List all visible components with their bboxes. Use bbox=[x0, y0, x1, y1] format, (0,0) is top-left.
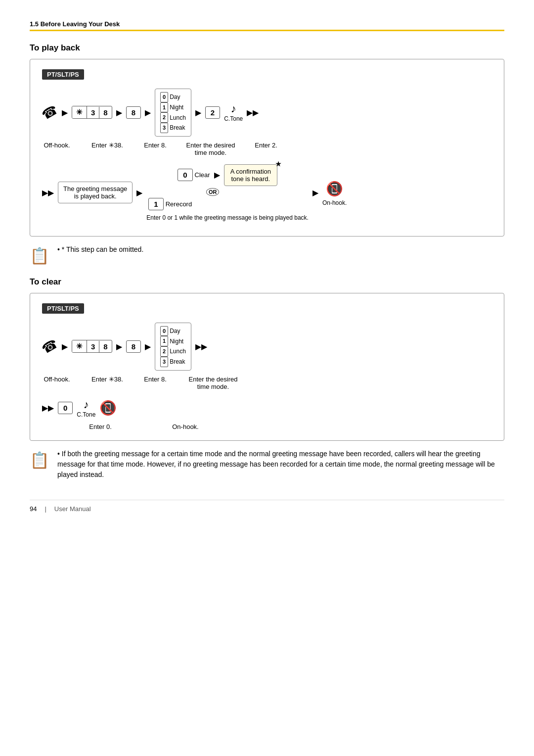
clear-opt-1: 1 bbox=[160, 336, 168, 346]
arrow2: ▶ bbox=[116, 108, 122, 117]
time-mode-options: 0 Day 1 Night 2 Lunch 3 Break bbox=[155, 89, 191, 137]
key-star: ✳ bbox=[72, 106, 87, 118]
arrow5: ▶ bbox=[136, 188, 142, 197]
clear-label-timemode: Enter the desired time mode. bbox=[183, 376, 243, 390]
playback-flow-row2: ▶▶ The greeting message is played back. … bbox=[42, 164, 492, 221]
onhook-group: 📵 On-hook. bbox=[322, 179, 347, 206]
clear-key-0-group: 0 bbox=[58, 398, 73, 418]
clear-label: Clear bbox=[195, 171, 210, 179]
clear-label-onhook: On-hook. bbox=[171, 423, 200, 430]
clear-diagram: PT/SLT/PS ☎ ▶ ✳ 3 8 ▶ bbox=[30, 293, 504, 441]
clear-arrow2: ▶ bbox=[116, 342, 122, 351]
clear-note-section: 📋 • If both the greeting message for a c… bbox=[30, 449, 504, 480]
offhook-icon-group: ☎ bbox=[42, 102, 58, 122]
opt-2-label: Lunch bbox=[170, 113, 186, 123]
key-2-group: 2 bbox=[205, 102, 220, 122]
playback-flow-row1: ☎ ▶ ✳ 3 8 ▶ 8 ▶ bbox=[42, 89, 492, 137]
opt-1: 1 bbox=[160, 102, 168, 113]
key-3: 3 bbox=[87, 107, 99, 118]
clear-key-8a: 8 bbox=[99, 341, 111, 352]
options-group: 0 Clear ▶ ★ A confirmation tone is heard… bbox=[146, 164, 309, 221]
clear-opt-2-label: Lunch bbox=[170, 346, 186, 356]
clear-time-mode-group: 0 Day 1 Night 2 Lunch 3 Break bbox=[155, 323, 191, 371]
clear-key-8: 8 bbox=[126, 340, 141, 353]
label-enter8: Enter 8. bbox=[143, 142, 168, 149]
clear-opt-3-label: Break bbox=[170, 357, 185, 367]
opt-2: 2 bbox=[160, 112, 168, 123]
arrow6: ▶ bbox=[214, 170, 220, 180]
clear-ctone-label: C.Tone bbox=[77, 411, 95, 418]
arrow4: ▶ bbox=[195, 108, 201, 117]
section-header-text: 1.5 Before Leaving Your Desk bbox=[30, 20, 120, 28]
key-8-group: 8 bbox=[126, 102, 141, 122]
playback-diagram: PT/SLT/PS ☎ ▶ ✳ 3 8 ▶ bbox=[30, 59, 504, 236]
clear-opt-1-label: Night bbox=[170, 336, 183, 346]
clear-note: If both the greeting message for a certa… bbox=[57, 450, 495, 478]
opt-0: 0 bbox=[160, 92, 168, 102]
opt-3: 3 bbox=[160, 123, 168, 133]
greeting-bubble-group: The greeting message is played back. bbox=[58, 182, 133, 203]
playback-pt-label: PT/SLT/PS bbox=[42, 69, 84, 80]
greeting-text: The greeting message is played back. bbox=[63, 185, 127, 200]
double-arrow2: ▶▶ bbox=[42, 188, 54, 197]
clear-time-mode-options: 0 Day 1 Night 2 Lunch 3 Break bbox=[155, 323, 191, 371]
clear-label-star38: Enter ✳38. bbox=[88, 376, 127, 383]
clear-phone-offhook-icon: ☎ bbox=[39, 336, 60, 357]
clear-label-enter0: Enter 0. bbox=[86, 423, 115, 430]
footer-label: User Manual bbox=[54, 505, 91, 513]
playback-labels-row1: Off-hook. Enter ✳38. Enter 8. Enter the … bbox=[42, 142, 492, 156]
clear-flow-row1: ☎ ▶ ✳ 3 8 ▶ 8 ▶ bbox=[42, 323, 492, 371]
label-star38: Enter ✳38. bbox=[88, 142, 127, 149]
key-star38: ✳ 3 8 bbox=[72, 106, 112, 119]
arrow7: ▶ bbox=[312, 188, 318, 197]
or-label: OR bbox=[206, 188, 220, 196]
music-note-icon: ♪ bbox=[231, 102, 236, 115]
clear-note-text: • If both the greeting message for a cer… bbox=[57, 449, 504, 480]
clear-opt-2: 2 bbox=[160, 346, 168, 357]
clear-opt-0-label: Day bbox=[170, 326, 180, 336]
arrow3: ▶ bbox=[145, 108, 151, 117]
clear-key-star38: ✳ 3 8 bbox=[72, 340, 112, 353]
label-timemode: Enter the desired time mode. bbox=[183, 142, 238, 156]
clear-confirm-row: 0 Clear ▶ ★ A confirmation tone is heard… bbox=[178, 164, 277, 186]
page-footer: 94 | User Manual bbox=[30, 500, 504, 513]
clear-label-offhook: Off-hook. bbox=[42, 376, 72, 383]
ctone-group1: ♪ C.Tone bbox=[224, 102, 243, 122]
clear-opt-0: 0 bbox=[160, 326, 168, 336]
key-8a: 8 bbox=[99, 107, 111, 118]
confirm-text: A confirmation tone is heard. bbox=[230, 168, 271, 183]
rerecord-label: Rerecord bbox=[166, 200, 192, 208]
key-0-clear: 0 bbox=[178, 169, 192, 181]
phone-onhook-icon: 📵 bbox=[326, 181, 343, 197]
phone-offhook-icon: ☎ bbox=[39, 102, 60, 123]
note-icon2: 📋 bbox=[30, 451, 49, 470]
clear-double-arrow1: ▶▶ bbox=[195, 342, 207, 351]
arrow1: ▶ bbox=[62, 108, 68, 117]
clear-key-star38-group: ✳ 3 8 bbox=[72, 336, 112, 356]
section-header: 1.5 Before Leaving Your Desk bbox=[30, 20, 504, 31]
clear-opt-3: 3 bbox=[160, 357, 168, 367]
opt-0-label: Day bbox=[170, 92, 180, 102]
playback-note-section: 📋 • * This step can be omitted. bbox=[30, 244, 504, 265]
star-note: ★ bbox=[275, 160, 281, 168]
opt-3-label: Break bbox=[170, 123, 185, 133]
clear-label-enter8: Enter 8. bbox=[143, 376, 168, 383]
clear-onhook-group: 📵 bbox=[99, 398, 117, 418]
playback-title: To play back bbox=[30, 43, 504, 53]
key-2: 2 bbox=[205, 106, 220, 119]
clear-labels-row2: Enter 0. On-hook. bbox=[42, 423, 492, 430]
playback-note-text: • * This step can be omitted. bbox=[57, 244, 143, 255]
clear-music-note-icon: ♪ bbox=[84, 398, 89, 411]
clear-key-0: 0 bbox=[58, 402, 73, 414]
clear-title: To clear bbox=[30, 277, 504, 287]
key-star38-group: ✳ 3 8 bbox=[72, 102, 112, 122]
key-1-rerecord: 1 bbox=[148, 198, 163, 210]
clear-key-star: ✳ bbox=[72, 340, 87, 352]
clear-flow-row2: ▶▶ 0 ♪ C.Tone 📵 bbox=[42, 398, 492, 418]
playback-note: * This step can be omitted. bbox=[62, 245, 144, 253]
clear-labels-row1: Off-hook. Enter ✳38. Enter 8. Enter the … bbox=[42, 376, 492, 390]
clear-double-arrow2: ▶▶ bbox=[42, 403, 54, 413]
greeting-bubble: The greeting message is played back. bbox=[58, 182, 133, 203]
enter-instruction: Enter 0 or 1 while the greeting message … bbox=[146, 214, 309, 221]
opt-1-label: Night bbox=[170, 102, 183, 112]
